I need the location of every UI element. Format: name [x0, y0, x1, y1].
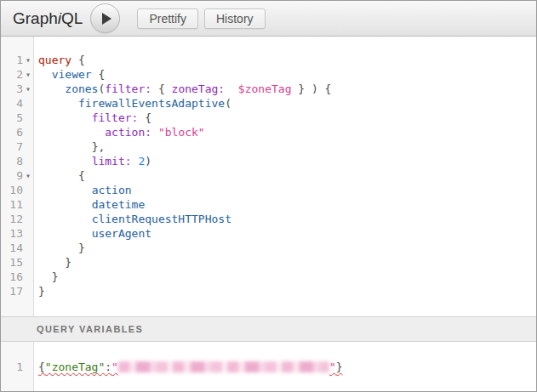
line-number: 6 — [1, 125, 23, 139]
line-number: 5 — [1, 111, 23, 125]
gutter-line: 15 — [1, 255, 33, 270]
variables-line-number: 1 — [1, 360, 23, 374]
line-number: 2 — [1, 67, 23, 82]
line-number: 3 — [1, 82, 23, 96]
query-gutter: 1▾2▾3▾456789▾1011121314151617 — [1, 37, 34, 316]
code-token — [38, 184, 92, 196]
masked-zone-tag-value — [118, 361, 329, 372]
code-token: zones — [65, 82, 98, 95]
code-line: viewer { — [38, 67, 536, 82]
code-token — [38, 97, 78, 110]
code-token: filter: — [105, 82, 151, 95]
code-token — [38, 256, 65, 269]
code-token — [38, 241, 78, 254]
fold-arrow-icon[interactable]: ▾ — [23, 82, 33, 96]
code-line: } — [38, 270, 536, 284]
query-code[interactable]: query { viewer { zones(filter: { zoneTag… — [34, 37, 536, 316]
code-token: " — [329, 361, 336, 373]
code-line: userAgent — [38, 226, 536, 241]
code-token: ) — [311, 82, 318, 95]
code-token — [38, 126, 105, 139]
code-token: } — [78, 241, 85, 254]
fold-spacer — [23, 241, 33, 255]
gutter-line: 10 — [1, 183, 33, 197]
code-token: : — [105, 361, 111, 373]
prettify-button[interactable]: Prettify — [137, 9, 198, 29]
line-number: 7 — [1, 139, 23, 154]
app-logo: GraphiQL — [13, 9, 83, 28]
code-token: limit: — [92, 155, 132, 168]
fold-spacer — [23, 284, 33, 298]
code-token: } — [65, 256, 71, 269]
variables-line: {"zoneTag":""} — [38, 360, 536, 374]
query-editor[interactable]: 1▾2▾3▾456789▾1011121314151617 query { vi… — [1, 37, 536, 316]
fold-arrow-icon[interactable]: ▾ — [23, 168, 33, 183]
fold-spacer — [23, 226, 33, 241]
code-token — [38, 213, 92, 225]
logo-text: Graph — [13, 9, 58, 27]
code-token: " — [111, 361, 118, 373]
code-token: "block" — [158, 126, 205, 139]
fold-arrow-icon[interactable]: ▾ — [23, 53, 33, 67]
gutter-line: 11 — [1, 197, 33, 212]
gutter-line: 5 — [1, 111, 33, 125]
gutter-line: 1 — [1, 360, 33, 374]
code-token — [38, 111, 92, 124]
line-number: 9 — [1, 168, 23, 183]
execute-button[interactable] — [90, 3, 120, 33]
fold-spacer — [23, 125, 33, 139]
code-token: action: — [105, 126, 151, 139]
line-number: 15 — [1, 255, 23, 270]
code-line: } — [38, 284, 536, 298]
code-token — [38, 68, 52, 81]
code-token: } — [298, 82, 305, 95]
line-number: 14 — [1, 241, 23, 255]
variables-header[interactable]: QUERY VARIABLES — [1, 316, 536, 342]
fold-spacer — [23, 96, 33, 111]
line-number: 1 — [1, 53, 23, 67]
gutter-line: 9▾ — [1, 168, 33, 183]
fold-spacer — [23, 111, 33, 125]
code-token — [38, 155, 92, 168]
code-token: { — [38, 361, 45, 373]
code-line: { — [38, 168, 536, 183]
variables-code[interactable]: {"zoneTag":""} — [34, 342, 536, 392]
gutter-line: 4 — [1, 96, 33, 111]
code-line: action — [38, 183, 536, 197]
code-token: userAgent — [92, 227, 151, 240]
line-number: 8 — [1, 154, 23, 168]
topbar: GraphiQL Prettify History — [1, 1, 536, 37]
code-token — [151, 126, 158, 139]
code-token: firewallEventsAdaptive — [78, 97, 225, 110]
code-token: } — [38, 285, 45, 298]
line-number: 11 — [1, 197, 23, 212]
history-button[interactable]: History — [204, 9, 266, 29]
code-token: } — [52, 270, 59, 283]
gutter-line: 16 — [1, 270, 33, 284]
gutter-line: 7 — [1, 139, 33, 154]
code-token — [305, 82, 311, 95]
code-token: zoneTag: — [172, 82, 226, 95]
code-line: datetime — [38, 197, 536, 212]
variables-editor[interactable]: 1 {"zoneTag":""} — [1, 342, 536, 392]
code-token: query — [38, 54, 71, 66]
code-token — [38, 270, 52, 283]
fold-spacer — [23, 360, 33, 374]
code-token — [38, 227, 92, 240]
code-line: query { — [38, 53, 536, 67]
code-token — [165, 82, 172, 95]
code-token: { — [145, 111, 151, 124]
line-number: 13 — [1, 226, 23, 241]
code-token: clientRequestHTTPHost — [92, 213, 231, 225]
line-number: 10 — [1, 183, 23, 197]
logo-text: QL — [61, 9, 83, 27]
code-token: }, — [92, 140, 106, 153]
code-line: firewallEventsAdaptive( — [38, 96, 536, 111]
fold-spacer — [23, 197, 33, 212]
gutter-line: 3▾ — [1, 82, 33, 96]
code-token: $zoneTag — [238, 82, 292, 95]
code-token: { — [78, 54, 85, 66]
gutter-line: 6 — [1, 125, 33, 139]
fold-arrow-icon[interactable]: ▾ — [23, 67, 33, 82]
graphiql-window: GraphiQL Prettify History 1▾2▾3▾456789▾1… — [0, 0, 537, 392]
